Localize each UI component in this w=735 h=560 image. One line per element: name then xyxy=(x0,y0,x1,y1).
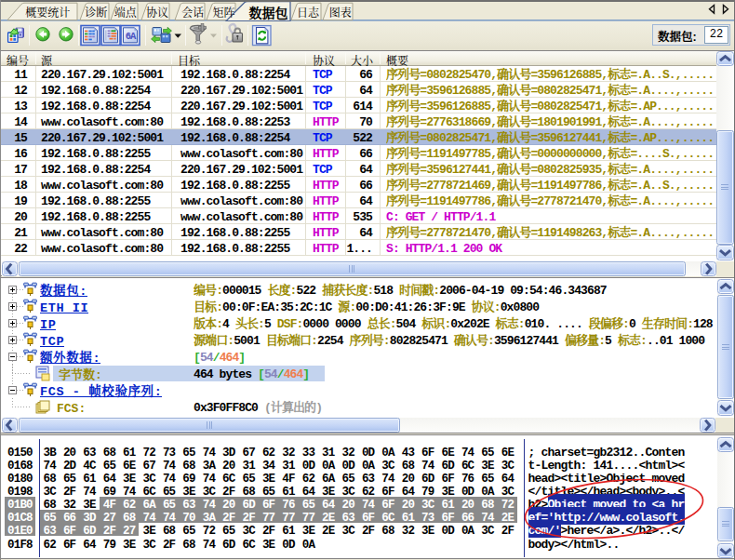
svg-text:6A: 6A xyxy=(126,31,137,42)
